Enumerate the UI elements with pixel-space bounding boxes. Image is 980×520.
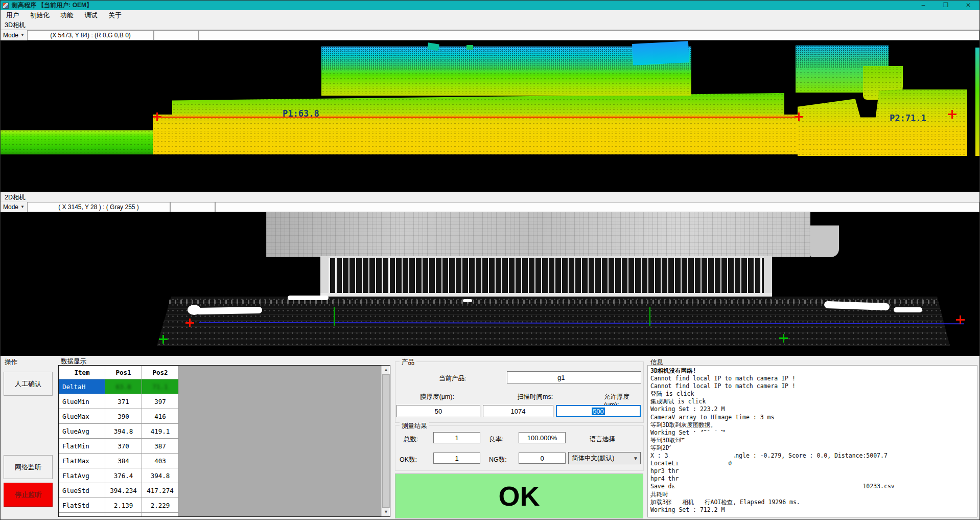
marker-cross-green-right: [779, 334, 788, 343]
table-row[interactable]: GlueMax 390 416: [59, 409, 179, 424]
heightmap-right-slab: [798, 89, 967, 156]
results-group: 测量结果 总数: 1 良率: 100.000% 语言选择 OK数: 1 NG数:…: [395, 425, 644, 471]
camera3d-toolbar-spacer: [154, 30, 199, 40]
log-line: CameraV array to HImage time : 3 ms: [650, 414, 974, 421]
close-icon[interactable]: ✕: [957, 1, 979, 10]
allowed-thickness-field[interactable]: 500: [556, 405, 641, 417]
chevron-down-icon: ▼: [20, 33, 25, 37]
maximize-icon[interactable]: ❐: [935, 1, 957, 10]
ng-count-field[interactable]: 0: [519, 453, 566, 464]
solder-blob: [196, 307, 262, 314]
ng-count-label: NG数:: [489, 456, 507, 464]
language-select[interactable]: 简体中文(默认) ▼: [568, 452, 641, 464]
app-window: 测高程序 【当前用户: OEM】 – ❐ ✕ 用户 初始化 功能 调试 关于 3…: [0, 0, 980, 520]
table-row[interactable]: GlueStd 394.234 417.274: [59, 483, 179, 498]
log-line: 集成调试 is click: [650, 398, 974, 405]
fixture-dot-row: [169, 300, 936, 304]
marker-cross-right: [948, 110, 956, 119]
yield-label: 良率:: [489, 435, 503, 444]
camera3d-mode-bar: Mode ▼ (X 5473, Y 84) : (R 0,G 0,B 0): [1, 29, 979, 40]
film-thickness-field[interactable]: 50: [396, 405, 480, 417]
camera3d-view[interactable]: P1:63.8 P2:71.1: [1, 40, 980, 192]
minimize-icon[interactable]: –: [912, 1, 935, 10]
camera2d-view[interactable]: [1, 212, 980, 356]
chevron-down-icon: ▼: [20, 205, 25, 209]
menu-function[interactable]: 功能: [55, 10, 79, 21]
menu-initialize[interactable]: 初始化: [25, 10, 55, 21]
film-thickness-label: 膜厚度(μm):: [420, 393, 454, 401]
yield-field[interactable]: 100.000%: [519, 432, 566, 443]
language-label: 语言选择: [590, 435, 615, 444]
heightmap-left-bar: [1, 130, 158, 154]
table-row[interactable]: FlatAvg 376.4 394.8: [59, 468, 179, 483]
product-section-label: 产品: [400, 358, 416, 367]
results-section-label: 测量结果: [400, 422, 429, 431]
heightmap-edge-sliver: [975, 48, 980, 156]
marker-cross-right: [956, 315, 965, 324]
operations-section-label: 操作: [5, 358, 17, 367]
manual-confirm-button[interactable]: 人工确认: [4, 372, 53, 396]
menu-bar: 用户 初始化 功能 调试 关于: [1, 10, 979, 20]
table-row[interactable]: FlatStd 2.139 2.229: [59, 498, 179, 513]
camera2d-toolbar-spacer: [170, 202, 215, 212]
menu-user[interactable]: 用户: [1, 10, 25, 21]
annotation-p1: P1:63.8: [283, 108, 319, 119]
log-line: 3D相机没有网络!: [650, 367, 974, 375]
scroll-up-icon[interactable]: ▲: [382, 366, 390, 374]
table-row[interactable]: DeltaH 63.8 71.1: [59, 379, 179, 394]
solder-blob: [288, 296, 329, 300]
col-pos1: Pos1: [105, 366, 142, 379]
log-line: 登陆 is click: [650, 390, 974, 398]
table-row[interactable]: GlueAvg 394.8 419.1: [59, 424, 179, 439]
log-line: 等到3D取到灰度图数据。: [650, 421, 974, 429]
pcb-tab: [810, 225, 839, 257]
current-product-field[interactable]: g1: [507, 371, 641, 383]
connector-rail-left: [320, 256, 329, 296]
heightmap-top-mark2: [466, 45, 473, 50]
annotation-p2: P2:71.1: [890, 113, 926, 123]
window-title: 测高程序 【当前用户: OEM】: [12, 1, 92, 10]
data-grid[interactable]: Item Pos1 Pos2 DeltaH 63.8 71.1 GlueMin …: [58, 365, 390, 517]
marker-cross-left: [185, 319, 194, 327]
camera3d-section-label: 3D相机: [5, 21, 26, 30]
ok-count-field[interactable]: 1: [433, 453, 480, 464]
table-row[interactable]: X 2583.5 7966.7: [59, 513, 179, 517]
col-item: Item: [59, 366, 105, 379]
log-line: Working Set : 712.2 M: [650, 506, 974, 514]
solder-blob: [894, 307, 922, 312]
table-header: Item Pos1 Pos2: [59, 366, 179, 379]
scrollbar-thumb[interactable]: [382, 374, 390, 508]
current-product-label: 当前产品:: [439, 374, 466, 383]
solder-blob: [463, 299, 472, 302]
menu-about[interactable]: 关于: [103, 10, 127, 21]
camera3d-toolbar-spacer2: [199, 30, 979, 40]
heightmap-cyan-blob: [632, 41, 689, 65]
scroll-down-icon[interactable]: ▼: [382, 508, 390, 516]
table-scrollbar[interactable]: ▲ ▼: [381, 366, 390, 516]
table-row[interactable]: FlatMin 370 387: [59, 439, 179, 454]
measure-line-red: [158, 117, 801, 118]
log-line: Cannot find local IP to match camera IP …: [650, 375, 974, 382]
total-field[interactable]: 1: [433, 432, 480, 443]
info-log[interactable]: 3D相机没有网络! Cannot find local IP to match …: [647, 365, 977, 517]
camera2d-mode-button[interactable]: Mode ▼: [1, 201, 27, 212]
camera2d-pixel-readout: ( X 3145, Y 28 ) : ( Gray 255 ): [27, 202, 170, 212]
connector-rail-right: [764, 256, 772, 296]
log-line: Working Set : 223.2 M: [650, 405, 974, 413]
heightmap-main-slab: [153, 115, 803, 154]
connector-pins: [329, 256, 764, 293]
table-row[interactable]: FlatMax 384 403: [59, 454, 179, 468]
menu-debug[interactable]: 调试: [79, 10, 103, 21]
camera2d-toolbar-spacer2: [215, 202, 979, 212]
table-row[interactable]: GlueMin 371 397: [59, 394, 179, 409]
network-listen-button[interactable]: 网络监听: [4, 455, 53, 479]
stop-listen-button[interactable]: 停止监听: [4, 483, 53, 507]
camera3d-mode-button[interactable]: Mode ▼: [1, 30, 27, 40]
green-tick-left: [334, 307, 335, 326]
redaction-blob: [667, 442, 698, 463]
log-line: 加载3张 相机 行AOI检查, Elapsed 19296 ms.: [650, 499, 974, 506]
log-line: Cannot find local IP to match camera IP …: [650, 382, 974, 390]
scan-time-field[interactable]: 1074: [483, 405, 553, 417]
marker-cross-p1: [153, 112, 161, 121]
title-bar: 测高程序 【当前用户: OEM】 – ❐ ✕: [1, 1, 979, 10]
